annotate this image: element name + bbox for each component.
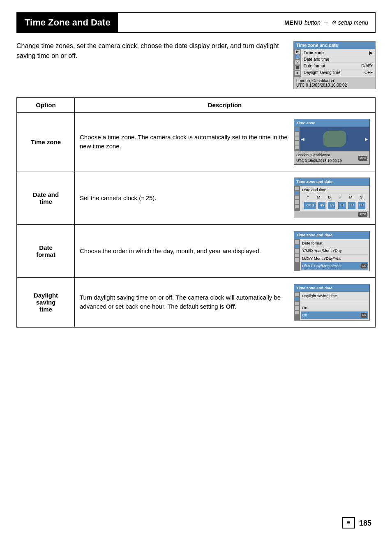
df-title: Time zone and date — [294, 231, 369, 239]
dst-icon-4 — [295, 306, 299, 310]
desc-text-dateformat: Choose the order in which the day, month… — [80, 247, 289, 256]
intro-section: Change time zones, set the camera clock,… — [16, 41, 376, 89]
col-header-description: Description — [75, 98, 375, 112]
row-dateformat: Dateformat Choose the order in which the… — [17, 225, 375, 277]
dst-body: Daylight saving time On Off OK — [294, 292, 369, 320]
df-item-2: M/D/Y Month/Day/Year — [301, 255, 368, 262]
desc-text-dst: Turn daylight saving time on or off. The… — [80, 293, 289, 312]
preview-sidebar-icons: ▶ ◯ Y ⬛ ■ — [294, 49, 301, 77]
tz-icon-2 — [295, 132, 299, 136]
tz-continent — [323, 131, 346, 147]
tz-icon-4 — [295, 141, 299, 145]
tz-ok-button: ⊠OK — [358, 156, 367, 161]
df-body: Date format Y/M/D Year/Month/Day M/D/Y M… — [294, 239, 369, 271]
page-number: 185 — [359, 519, 371, 528]
df-icon-3 — [295, 249, 299, 253]
dt-sec: 00 — [358, 202, 365, 209]
timezone-screen: Time zone ◀ ▶ — [294, 119, 370, 165]
dt-day: 15 — [328, 202, 335, 209]
sidebar-icon-5: ■ — [295, 71, 300, 75]
tz-body: ◀ ▶ — [294, 127, 369, 151]
tz-icon-1 — [295, 127, 299, 131]
option-timezone: Time zone — [17, 113, 75, 171]
dt-icon-4 — [295, 200, 299, 204]
desc-datetime: Set the camera clock (□ 25). Time zone a… — [75, 171, 375, 224]
main-table: Option Description Time zone Choose a ti… — [16, 97, 376, 328]
setup-menu-label: ⚙ setup menu — [331, 19, 368, 26]
sidebar-icon-3: Y — [295, 60, 300, 65]
option-dateformat: Dateformat — [17, 225, 75, 277]
datetime-screen: Time zone and date Date and time Y M — [294, 178, 370, 218]
page-header: Time Zone and Date MENU button → ⚙ setup… — [16, 12, 376, 33]
df-item-1: Y/M/D Year/Month/Day — [301, 247, 368, 255]
dt-subtitle: Date and time — [301, 187, 368, 194]
button-label: button — [304, 19, 321, 26]
df-ok: OK — [361, 263, 367, 269]
dst-icon-2 — [295, 297, 299, 301]
tz-arrow-left: ◀ — [301, 136, 304, 142]
df-item-3: D/M/Y Day/Month/Year OK — [301, 262, 368, 270]
dst-icon-1 — [295, 293, 299, 296]
dt-year: 2013 — [304, 202, 316, 209]
dst-ok: OK — [361, 313, 367, 318]
tz-icon-3 — [295, 136, 299, 140]
dst-spacer — [301, 300, 368, 304]
row-timezone: Time zone Choose a time zone. The camera… — [17, 113, 375, 171]
sidebar-icon-2: ◯ — [295, 55, 300, 59]
dst-icon-5 — [295, 311, 299, 314]
desc-text-datetime: Set the camera clock (□ 25). — [80, 194, 289, 203]
camera-preview-screen: Time zone and date ▶ ◯ Y ⬛ ■ Time zone▶ … — [293, 41, 376, 89]
dt-ok: ⊠OK — [358, 212, 367, 217]
dt-values: 2013 05 15 10 00 00 — [301, 201, 368, 210]
preview-location: London, Casablanca — [296, 78, 373, 83]
dst-screen: Time zone and date Daylight saving time … — [294, 284, 370, 321]
dst-icon-3 — [295, 302, 299, 305]
row-datetime: Date andtime Set the camera clock (□ 25)… — [17, 171, 375, 225]
sidebar-icon-1: ▶ — [295, 50, 300, 54]
dt-month: 05 — [318, 202, 325, 209]
dt-icon-2 — [295, 191, 299, 195]
preview-screen-title: Time zone and date — [294, 42, 375, 49]
option-datetime: Date andtime — [17, 171, 75, 224]
dt-min: 00 — [348, 202, 355, 209]
dt-bottom: ⊠OK — [294, 211, 369, 218]
tz-screen-bottom: London, Casablanca UTC 0 15/05/2013 10:0… — [294, 151, 369, 164]
desc-dst: Turn daylight saving time on or off. The… — [75, 278, 375, 327]
df-icon-5 — [295, 258, 299, 262]
preview-menu-items: Time zone▶ Date and time Date formatD/M/… — [301, 49, 375, 77]
df-content: Date format Y/M/D Year/Month/Day M/D/Y M… — [300, 239, 369, 271]
preview-item-dateformat: Date formatD/M/Y — [303, 63, 374, 69]
table-header: Option Description — [17, 98, 375, 113]
df-icon-1 — [295, 240, 299, 244]
preview-screen-body: ▶ ◯ Y ⬛ ■ Time zone▶ Date and time Date … — [294, 49, 375, 77]
dt-icon-3 — [295, 196, 299, 199]
page-icon: ≡ — [342, 517, 355, 528]
preview-item-timezone: Time zone▶ — [303, 50, 374, 56]
preview-screen-bottom: London, Casablanca UTC 0 15/05/2013 10:0… — [294, 77, 375, 89]
dt-sidebar — [294, 186, 300, 211]
col-header-option: Option — [17, 98, 75, 112]
menu-label: MENU — [284, 19, 303, 26]
dt-icon-1 — [295, 187, 299, 190]
header-nav: MENU button → ⚙ setup menu — [118, 13, 375, 32]
page-title: Time Zone and Date — [17, 13, 118, 32]
preview-item-datetime: Date and time — [303, 56, 374, 63]
preview-item-dst: Daylight saving timeOFF — [303, 69, 374, 76]
tz-map: ◀ ▶ — [300, 127, 369, 151]
desc-text-timezone: Choose a time zone. The camera clock is … — [80, 133, 289, 151]
dst-off: Off OK — [301, 312, 368, 319]
df-icon-2 — [295, 245, 299, 248]
dt-body: Date and time Y M D H M S 2013 05 1 — [294, 186, 369, 211]
dst-title: Time zone and date — [294, 284, 369, 292]
tz-arrow-right: ▶ — [365, 136, 368, 142]
dt-content: Date and time Y M D H M S 2013 05 1 — [300, 186, 369, 211]
df-subtitle: Date format — [301, 240, 368, 247]
nav-arrow: → — [323, 19, 329, 26]
title-text: Time Zone and Date — [25, 17, 111, 28]
sidebar-icon-4: ⬛ — [295, 66, 300, 70]
df-icon-4 — [295, 254, 299, 257]
dt-fields: Y M D H M S — [301, 194, 368, 201]
tz-icon-5 — [295, 145, 299, 149]
tz-sidebar — [294, 127, 300, 151]
dateformat-screen: Time zone and date Date format Y/M/D Yea… — [294, 231, 370, 271]
